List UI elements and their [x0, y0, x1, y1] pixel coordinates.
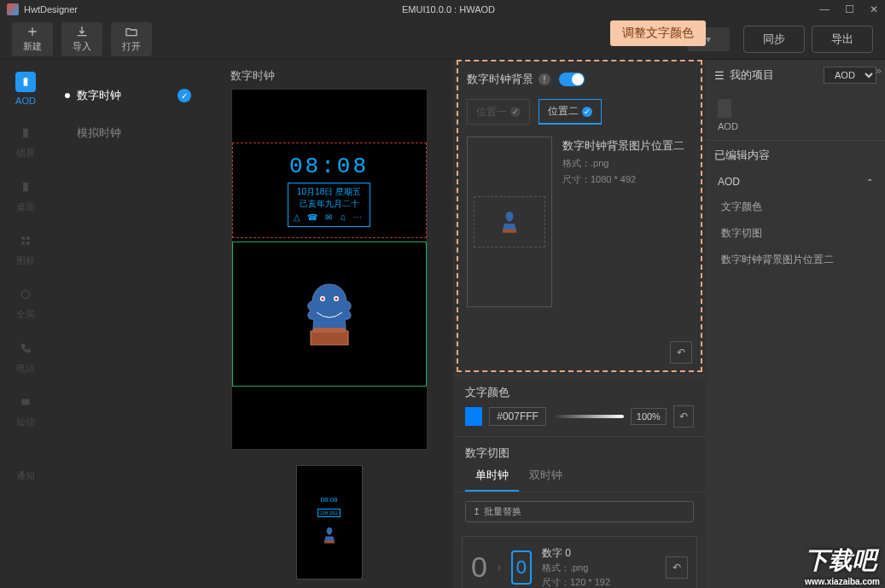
project-header: ☰ 我的项目 AOD [706, 60, 885, 90]
svg-rect-10 [314, 328, 345, 333]
toolbar: 新建 导入 打开 ▾ 同步 导出 [0, 19, 885, 60]
batch-replace-button[interactable]: ↥ 批量替换 [465, 501, 694, 522]
app-icon [7, 3, 19, 15]
rail-notif[interactable]: 通知 [7, 445, 44, 482]
svg-rect-4 [26, 236, 30, 240]
svg-rect-0 [24, 78, 28, 85]
svg-rect-6 [26, 242, 30, 245]
edited-item-digit-cut[interactable]: 数字切图 [706, 220, 885, 247]
bg-section-highlight: 数字时钟背景 ! 位置一 ✓ 位置二 ✓ [457, 60, 702, 372]
import-button[interactable]: 导入 [61, 22, 102, 56]
undo-color-button[interactable]: ↶ [673, 405, 694, 428]
plus-icon [26, 25, 39, 38]
rail-desktop[interactable]: 桌面 [7, 177, 44, 213]
rail-global[interactable]: 全局 [7, 284, 44, 321]
hamburger-icon[interactable]: ☰ [714, 69, 725, 82]
status-icons-row: △ ☎ ✉ ♫ ⋯ [294, 212, 365, 224]
chevron-up-icon: ⌃ [866, 178, 873, 187]
category-rail: AOD 锁屏 桌面 图标 全局 电话 短信 通知 [0, 60, 51, 588]
globe-icon [20, 288, 32, 300]
svg-rect-16 [503, 230, 516, 233]
info-icon[interactable]: ! [539, 73, 550, 85]
rail-sms[interactable]: 短信 [7, 392, 44, 428]
sync-button[interactable]: 同步 [743, 26, 805, 53]
clock-zone[interactable]: 08:08 10月18日 星期五 己亥年九月二十 △ ☎ ✉ ♫ ⋯ [232, 143, 427, 238]
window-controls: ― ☐ ✕ [819, 3, 878, 15]
svg-rect-15 [324, 541, 335, 544]
expand-icon[interactable]: » [876, 65, 882, 77]
titlebar: HwtDesigner EMUI10.0.0 : HWAOD ― ☐ ✕ [0, 0, 885, 19]
window-subtitle: EMUI10.0.0 : HWAOD [78, 4, 819, 15]
svg-rect-1 [23, 129, 28, 138]
svg-rect-8 [21, 399, 29, 405]
image-zone[interactable] [232, 242, 427, 387]
lock-icon [20, 127, 32, 139]
bg-meta: 数字时钟背景图片位置二 格式：.png 尺寸：1080 * 492 [562, 137, 692, 187]
list-icon [20, 450, 32, 462]
phone-preview[interactable]: 08:08 10月18日 星期五 己亥年九月二十 △ ☎ ✉ ♫ ⋯ [231, 89, 428, 450]
tab-single-clock[interactable]: 单时钟 [465, 461, 519, 492]
component-analog-clock[interactable]: 模拟时钟 [51, 114, 205, 152]
rail-lock[interactable]: 锁屏 [7, 123, 44, 160]
check-icon: ✓ [178, 89, 191, 102]
open-button[interactable]: 打开 [111, 22, 152, 56]
digit-0-row[interactable]: 0 › 0 数字 0 格式：.png 尺寸：120 * 192 ↶ [462, 536, 697, 588]
digit-tabs: 单时钟 双时钟 [453, 461, 706, 492]
dragon-artwork [287, 271, 372, 357]
edited-item-text-color[interactable]: 文字颜色 [706, 194, 885, 220]
component-digital-clock[interactable]: 数字时钟 ✓ [51, 77, 205, 114]
text-color-section: 文字颜色 #007FFF 100% ↶ [453, 376, 706, 436]
preview-title: 数字时钟 [230, 68, 275, 84]
rail-icons[interactable]: 图标 [7, 230, 44, 267]
project-select[interactable]: AOD [824, 67, 876, 84]
preview-thumbnail[interactable]: 08:08 10月18日 [296, 465, 363, 579]
digit-section-header: 数字切图 [453, 436, 706, 461]
position-2-button[interactable]: 位置二 ✓ [539, 99, 602, 125]
grid-icon [20, 235, 32, 247]
svg-rect-2 [23, 183, 28, 192]
phone-icon [20, 342, 32, 354]
edited-item-bg-pos2[interactable]: 数字时钟背景图片位置二 [706, 247, 885, 273]
import-label: 导入 [73, 40, 91, 53]
main: AOD 锁屏 桌面 图标 全局 电话 短信 通知 数字时钟 ✓ 模拟时钟 数字时… [0, 60, 885, 588]
edited-group-aod[interactable]: AOD ⌃ [706, 170, 885, 194]
minimize-icon[interactable]: ― [819, 3, 830, 15]
properties-panel: 数字时钟背景 ! 位置一 ✓ 位置二 ✓ [453, 60, 706, 588]
desktop-icon [20, 181, 32, 193]
svg-rect-5 [21, 242, 25, 245]
bullet-icon [65, 93, 70, 98]
opacity-value[interactable]: 100% [631, 408, 667, 425]
svg-rect-3 [21, 236, 25, 240]
undo-digit-button[interactable]: ↶ [666, 556, 688, 579]
chevron-right-icon: › [498, 562, 501, 573]
export-button[interactable]: 导出 [812, 26, 873, 53]
position-1-button[interactable]: 位置一 ✓ [467, 99, 530, 125]
project-item-aod[interactable]: AOD [706, 90, 885, 140]
clock-time: 08:08 [289, 154, 369, 179]
color-hex-input[interactable]: #007FFF [489, 407, 546, 426]
maximize-icon[interactable]: ☐ [845, 3, 854, 15]
message-icon [20, 396, 32, 408]
bg-toggle[interactable] [559, 73, 585, 86]
open-label: 打开 [122, 40, 141, 53]
import-icon [75, 25, 89, 38]
folder-icon [125, 25, 138, 38]
date-box: 10月18日 星期五 己亥年九月二十 △ ☎ ✉ ♫ ⋯ [288, 183, 371, 227]
tutorial-callout: 调整文字颜色 [610, 20, 706, 46]
digit-glyph-default: 0 [471, 550, 487, 584]
phone-aod-icon [20, 76, 32, 88]
rail-aod[interactable]: AOD [7, 72, 44, 106]
new-button[interactable]: 新建 [12, 22, 53, 56]
rail-phone[interactable]: 电话 [7, 338, 44, 375]
new-label: 新建 [23, 40, 42, 53]
close-icon[interactable]: ✕ [870, 3, 878, 15]
tab-double-clock[interactable]: 双时钟 [519, 461, 573, 492]
edited-section-header: 已编辑内容 [706, 140, 885, 170]
text-color-label: 文字颜色 [465, 385, 694, 400]
svg-point-14 [335, 298, 337, 300]
color-swatch[interactable] [465, 407, 482, 426]
undo-button[interactable]: ↶ [670, 341, 692, 364]
opacity-slider[interactable] [553, 415, 624, 418]
svg-point-13 [321, 298, 323, 300]
bg-preview-frame[interactable] [467, 137, 552, 307]
